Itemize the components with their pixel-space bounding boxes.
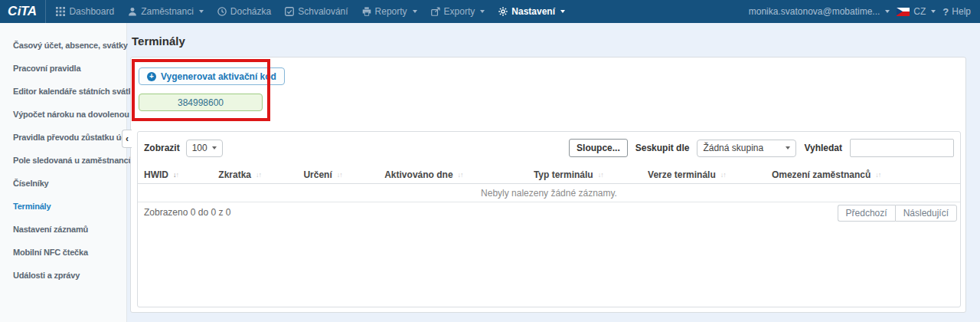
column-label: HWID — [144, 169, 168, 180]
generate-activation-code-button[interactable]: + Vygenerovat aktivační kód — [139, 67, 285, 85]
table-controls-right: Sloupce... Seskupit dle Žádná skupina Vy… — [569, 139, 954, 157]
nav-item-settings[interactable]: Nastavení — [492, 0, 572, 23]
column-header-zkratka[interactable]: Zkratka ↓↑ — [218, 169, 303, 180]
approve-check-icon — [285, 7, 294, 16]
sort-icon: ↓↑ — [720, 171, 726, 179]
show-label: Zobrazit — [144, 143, 180, 153]
nav-item-employees[interactable]: Zaměstnanci — [121, 0, 211, 23]
columns-button[interactable]: Sloupce... — [569, 139, 628, 157]
empty-message: Nebyly nalezeny žádné záznamy. — [481, 188, 617, 199]
nav-label: Nastavení — [511, 6, 555, 17]
terminals-table-card: Zobrazit 100 Sloupce... Seskupit dle Žád… — [137, 131, 961, 307]
column-header-hwid[interactable]: HWID ↓↑ — [144, 169, 218, 180]
sort-icon: ↓↑ — [598, 171, 603, 179]
table-header-row: HWID ↓↑ Zkratka ↓↑ Určení ↓↑ Aktivováno … — [138, 166, 960, 184]
language-menu[interactable]: CZ — [897, 6, 936, 17]
nav-item-reports[interactable]: Reporty — [355, 0, 424, 23]
nav-label: Exporty — [444, 6, 475, 17]
sidebar-item-time-account[interactable]: Časový účet, absence, svátky — [0, 34, 126, 57]
search-label: Vyhledat — [804, 143, 842, 153]
previous-page-button[interactable]: Předchozí — [838, 205, 895, 222]
generate-button-label: Vygenerovat aktivační kód — [161, 71, 276, 82]
nav-item-attendance[interactable]: Docházka — [211, 0, 278, 23]
column-header-urceni[interactable]: Určení ↓↑ — [303, 169, 384, 180]
logo-text: iTA — [18, 4, 37, 19]
settings-sidebar: Časový účet, absence, svátky Pracovní pr… — [0, 23, 127, 322]
user-name: monika.svatonova@mobatime... — [749, 6, 880, 17]
sort-icon: ↓↑ — [256, 171, 261, 179]
column-label: Aktivováno dne — [384, 169, 452, 180]
page-size-select[interactable]: 100 — [186, 140, 223, 157]
clock-icon — [217, 7, 227, 16]
nav-item-approvals[interactable]: Schvalování — [278, 0, 354, 23]
sidebar-item-balance-transfer-rules[interactable]: Pravidla převodu zůstatku účtů — [0, 126, 126, 149]
chevron-down-icon — [212, 146, 217, 150]
page-title: Terminály — [132, 34, 185, 48]
language-code: CZ — [913, 6, 926, 17]
page-size-value: 100 — [192, 143, 207, 153]
gear-icon — [498, 7, 508, 16]
chevron-down-icon — [199, 10, 204, 13]
sidebar-item-holiday-calendar-editor[interactable]: Editor kalendáře státních svátků — [0, 80, 126, 103]
chevron-down-icon — [931, 10, 936, 13]
top-navbar: CiTA Dashboard Zaměstnanci — [0, 0, 980, 23]
search-input[interactable] — [850, 139, 954, 157]
column-label: Zkratka — [218, 169, 251, 180]
nav-label: Dashboard — [69, 6, 114, 17]
czech-flag-icon — [897, 8, 910, 16]
nav-label: Docházka — [230, 6, 271, 17]
main-menu: Dashboard Zaměstnanci Docházka Schv — [46, 0, 572, 23]
sort-icon: ↓↑ — [337, 171, 342, 179]
pagination: Předchozí Následující — [838, 205, 957, 222]
table-controls-left: Zobrazit 100 — [144, 140, 223, 157]
nav-label: Zaměstnanci — [141, 6, 194, 17]
export-icon — [431, 7, 440, 16]
table-empty-state: Nebyly nalezeny žádné záznamy. — [138, 185, 960, 202]
main-content: Terminály + Vygenerovat aktivační kód 38… — [127, 23, 980, 322]
sidebar-item-vacation-entitlement[interactable]: Výpočet nároku na dovolenou — [0, 103, 126, 126]
column-label: Typ terminálu — [534, 169, 593, 180]
sidebar-item-tracked-fields[interactable]: Pole sledovaná u zaměstnanců — [0, 149, 126, 172]
chevron-down-icon — [560, 10, 565, 13]
sidebar-item-record-settings[interactable]: Nastavení záznamů — [0, 218, 126, 241]
chevron-down-icon — [480, 10, 485, 13]
sidebar-item-mobile-nfc-reader[interactable]: Mobilní NFC čtečka — [0, 241, 126, 264]
nav-label: Reporty — [375, 6, 407, 17]
app-logo[interactable]: CiTA — [0, 4, 45, 19]
user-account-menu[interactable]: monika.svatonova@mobatime... — [749, 6, 890, 17]
printer-icon — [362, 7, 371, 16]
sidebar-collapse-toggle[interactable]: ‹ — [122, 130, 132, 148]
nav-item-exports[interactable]: Exporty — [424, 0, 492, 23]
group-by-label: Seskupit dle — [635, 143, 690, 153]
table-controls: Zobrazit 100 Sloupce... Seskupit dle Žád… — [138, 132, 960, 164]
column-label: Omezení zaměstnanců — [772, 169, 871, 180]
column-header-omezeni-zamestnancu[interactable]: Omezení zaměstnanců ↓↑ — [772, 169, 954, 180]
nav-label: Schvalování — [298, 6, 348, 17]
chevron-down-icon — [885, 10, 890, 13]
nav-item-dashboard[interactable]: Dashboard — [49, 0, 121, 23]
navbar-right: monika.svatonova@mobatime... CZ ? Help — [749, 6, 980, 18]
column-header-aktivovano-dne[interactable]: Aktivováno dne ↓↑ — [384, 169, 534, 180]
sidebar-item-terminals[interactable]: Terminály — [0, 195, 126, 218]
sidebar-item-events-messages[interactable]: Události a zprávy — [0, 264, 126, 287]
chevron-down-icon — [413, 10, 417, 13]
next-page-button[interactable]: Následující — [895, 205, 957, 222]
column-label: Určení — [303, 169, 332, 180]
sort-icon: ↓↑ — [875, 171, 880, 179]
logo-mark: C — [8, 4, 17, 19]
activation-code-value: 384998600 — [178, 97, 224, 108]
group-by-select[interactable]: Žádná skupina — [697, 140, 796, 157]
terminals-panel: + Vygenerovat aktivační kód 384998600 ‹ … — [130, 57, 966, 313]
activation-code-display: 384998600 — [139, 94, 263, 111]
column-label: Verze terminálu — [648, 169, 716, 180]
column-header-verze-terminalu[interactable]: Verze terminálu ↓↑ — [648, 169, 772, 180]
help-link[interactable]: ? Help — [942, 6, 971, 18]
dashboard-icon — [56, 7, 65, 16]
question-mark-icon: ? — [942, 6, 949, 18]
help-label: Help — [952, 6, 971, 17]
group-by-value: Žádná skupina — [703, 143, 763, 153]
sidebar-item-work-rules[interactable]: Pracovní pravidla — [0, 57, 126, 80]
column-header-typ-terminalu[interactable]: Typ terminálu ↓↑ — [534, 169, 648, 180]
sidebar-item-codelists[interactable]: Číselníky — [0, 172, 126, 195]
user-icon — [128, 7, 137, 16]
